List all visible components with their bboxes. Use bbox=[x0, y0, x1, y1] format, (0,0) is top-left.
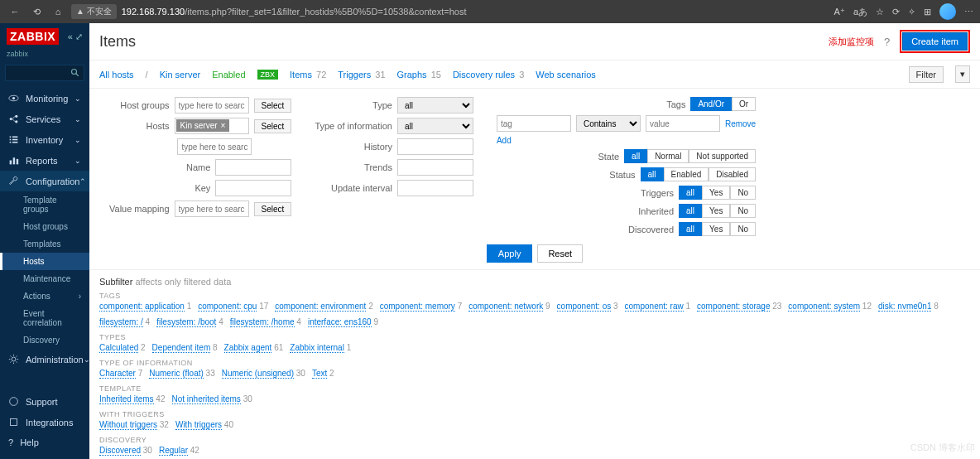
status-disabled[interactable]: Disabled bbox=[709, 167, 756, 181]
sidebar-sub-actions[interactable]: Actions › bbox=[0, 287, 89, 305]
subfilter-item[interactable]: With triggers 40 bbox=[175, 420, 233, 429]
breadcrumb-all-hosts[interactable]: All hosts bbox=[99, 70, 134, 80]
sidebar-item-reports[interactable]: Reports⌄ bbox=[0, 150, 89, 171]
remove-chip-icon[interactable]: × bbox=[221, 121, 226, 130]
extensions-icon[interactable]: ✧ bbox=[908, 7, 915, 17]
address-bar[interactable]: 192.168.79.130/items.php?filter_set=1&fi… bbox=[122, 7, 834, 17]
host-groups-select[interactable]: Select bbox=[254, 99, 292, 113]
profile-avatar[interactable] bbox=[939, 3, 956, 20]
sidebar-sub-event-correlation[interactable]: Event correlation bbox=[0, 305, 89, 331]
sidebar-sub-template-groups[interactable]: Template groups bbox=[0, 191, 89, 218]
translate-icon[interactable]: aあ bbox=[853, 6, 867, 18]
triggers-no[interactable]: No bbox=[730, 186, 756, 200]
sidebar-search[interactable] bbox=[5, 65, 84, 81]
subfilter-item[interactable]: interface: ens160 9 bbox=[308, 317, 378, 326]
discovered-all[interactable]: all bbox=[679, 222, 702, 236]
host-chip[interactable]: Kin server× bbox=[176, 119, 230, 132]
inherited-yes[interactable]: Yes bbox=[702, 204, 730, 218]
subfilter-item[interactable]: Discovered 30 bbox=[99, 446, 152, 455]
sidebar-sub-host-groups[interactable]: Host groups bbox=[0, 218, 89, 235]
subfilter-item[interactable]: component: environment 2 bbox=[275, 302, 372, 311]
subfilter-item[interactable]: Numeric (unsigned) 30 bbox=[222, 369, 305, 378]
state-ns[interactable]: Not supported bbox=[689, 149, 756, 163]
subfilter-item[interactable]: Zabbix internal 1 bbox=[290, 343, 351, 352]
subfilter-item[interactable]: filesystem: /home 4 bbox=[230, 317, 301, 326]
state-normal[interactable]: Normal bbox=[647, 149, 689, 163]
sidebar-item-support[interactable]: Support bbox=[0, 391, 89, 412]
tags-andor[interactable]: And/Or bbox=[690, 97, 732, 111]
subfilter-item[interactable]: filesystem: / 4 bbox=[99, 317, 150, 326]
sidebar-sub-templates[interactable]: Templates bbox=[0, 235, 89, 253]
reset-button[interactable]: Reset bbox=[537, 244, 583, 263]
subfilter-item[interactable]: Calculated 2 bbox=[99, 343, 146, 352]
key-input[interactable] bbox=[215, 180, 291, 196]
trends-input[interactable] bbox=[397, 159, 473, 176]
type-select[interactable]: all bbox=[397, 97, 473, 114]
home-button[interactable]: ⌂ bbox=[50, 3, 66, 20]
name-input[interactable] bbox=[215, 159, 291, 176]
hosts-select[interactable]: Select bbox=[254, 119, 292, 133]
sidebar-item-monitoring[interactable]: Monitoring⌄ bbox=[0, 88, 89, 109]
filter-toggle[interactable]: Filter bbox=[909, 66, 944, 83]
tags-or[interactable]: Or bbox=[732, 97, 756, 111]
sidebar-item-administration[interactable]: Administration⌄ bbox=[0, 349, 89, 370]
tab-graphs[interactable]: Graphs 15 bbox=[397, 70, 441, 80]
tag-op-select[interactable]: Contains bbox=[576, 115, 641, 132]
tag-remove-link[interactable]: Remove bbox=[725, 119, 756, 128]
subfilter-item[interactable]: component: memory 7 bbox=[380, 302, 463, 311]
sidebar-item-configuration[interactable]: Configuration⌃ bbox=[0, 171, 89, 191]
subfilter-item[interactable]: Zabbix agent 61 bbox=[224, 343, 284, 352]
sidebar-item-integrations[interactable]: Integrations bbox=[0, 412, 89, 432]
sidebar-sub-hosts[interactable]: Hosts bbox=[0, 253, 89, 270]
sidebar-sub-discovery[interactable]: Discovery bbox=[0, 331, 89, 349]
subfilter-item[interactable]: component: os 3 bbox=[557, 302, 618, 311]
interval-input[interactable] bbox=[397, 180, 473, 196]
subfilter-item[interactable]: Character 7 bbox=[99, 369, 142, 378]
status-all[interactable]: all bbox=[641, 167, 664, 181]
subfilter-item[interactable]: Numeric (float) 33 bbox=[149, 369, 214, 378]
subfilter-item[interactable]: Without triggers 32 bbox=[99, 420, 169, 429]
sidebar-item-inventory[interactable]: Inventory⌄ bbox=[0, 129, 89, 150]
subfilter-item[interactable]: component: raw 1 bbox=[625, 302, 691, 311]
status-enabled[interactable]: Enabled bbox=[664, 167, 709, 181]
triggers-all[interactable]: all bbox=[679, 186, 702, 200]
zabbix-logo[interactable]: ZABBIX bbox=[7, 28, 59, 45]
breadcrumb-host[interactable]: Kin server bbox=[160, 70, 201, 80]
value-mapping-select[interactable]: Select bbox=[254, 202, 292, 216]
sidebar-sub-maintenance[interactable]: Maintenance bbox=[0, 270, 89, 287]
tab-triggers[interactable]: Triggers 31 bbox=[338, 70, 385, 80]
subfilter-item[interactable]: Dependent item 8 bbox=[152, 343, 218, 352]
subfilter-item[interactable]: component: cpu 17 bbox=[198, 302, 268, 311]
collections-icon[interactable]: ⊞ bbox=[924, 7, 931, 17]
inherited-all[interactable]: all bbox=[679, 204, 702, 218]
add-monitor-link[interactable]: 添加监控项 bbox=[829, 36, 874, 48]
tag-name-input[interactable] bbox=[497, 115, 571, 132]
discovered-no[interactable]: No bbox=[730, 222, 756, 236]
subfilter-item[interactable]: component: application 1 bbox=[99, 302, 191, 311]
host-groups-input[interactable] bbox=[175, 97, 249, 114]
subfilter-item[interactable]: disk: nvme0n1 8 bbox=[878, 302, 939, 311]
value-mapping-input[interactable] bbox=[175, 201, 249, 217]
create-item-button[interactable]: Create item bbox=[902, 32, 968, 51]
funnel-icon[interactable]: ▾ bbox=[955, 65, 970, 83]
refresh-button[interactable]: ⟲ bbox=[28, 3, 45, 20]
more-icon[interactable]: ⋯ bbox=[964, 7, 973, 17]
type-info-select[interactable]: all bbox=[397, 118, 473, 134]
favorite-icon[interactable]: ☆ bbox=[876, 7, 884, 17]
tab-web[interactable]: Web scenarios bbox=[536, 70, 596, 80]
apply-button[interactable]: Apply bbox=[487, 244, 533, 263]
tag-value-input[interactable] bbox=[646, 115, 720, 132]
tab-discovery[interactable]: Discovery rules 3 bbox=[453, 70, 524, 80]
state-all[interactable]: all bbox=[624, 149, 647, 163]
subfilter-item[interactable]: component: network 9 bbox=[468, 302, 550, 311]
sync-icon[interactable]: ⟳ bbox=[892, 7, 900, 17]
subfilter-item[interactable]: component: storage 23 bbox=[697, 302, 781, 311]
inherited-no[interactable]: No bbox=[730, 204, 756, 218]
triggers-yes[interactable]: Yes bbox=[702, 186, 730, 200]
hosts-search-input[interactable] bbox=[177, 138, 252, 155]
sidebar-item-help[interactable]: ?Help bbox=[0, 432, 89, 452]
sidebar-item-services[interactable]: Services⌄ bbox=[0, 109, 89, 129]
subfilter-item[interactable]: Inherited items 42 bbox=[99, 394, 166, 403]
read-aloud-icon[interactable]: A⁺ bbox=[834, 7, 845, 17]
sidebar-collapse-icon[interactable]: « ⤢ bbox=[68, 31, 83, 42]
